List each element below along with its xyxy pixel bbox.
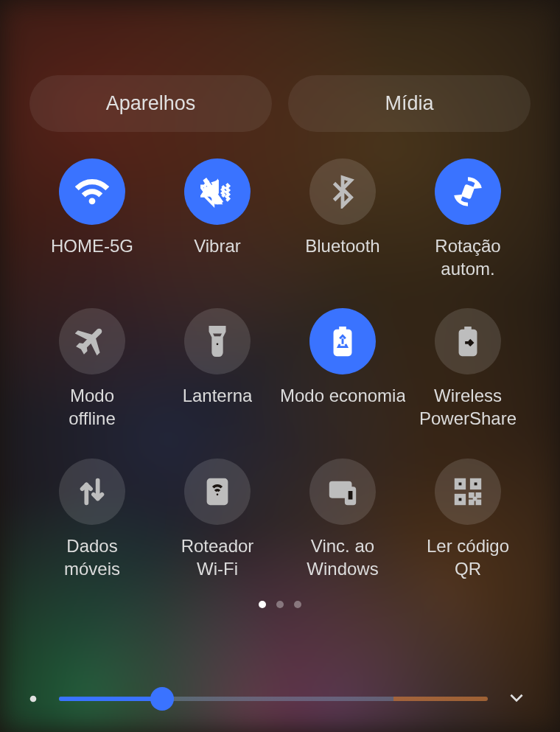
svg-line-29 <box>37 693 38 694</box>
airplane-icon <box>59 308 125 374</box>
tile-power-share[interactable]: Wireless PowerShare <box>405 308 531 430</box>
page-dot <box>276 601 284 608</box>
tile-label: Ler código QR <box>427 535 509 580</box>
media-pill[interactable]: Mídia <box>288 75 531 132</box>
tile-label: Rotação autom. <box>435 235 500 280</box>
devices-pill-label: Aparelhos <box>106 92 196 115</box>
wifi-icon <box>59 158 125 225</box>
svg-rect-5 <box>208 479 228 505</box>
tile-label: Lanterna <box>183 385 253 408</box>
svg-rect-9 <box>348 490 354 500</box>
battery-recycle-icon <box>309 308 376 374</box>
mobile-data-icon <box>59 459 125 525</box>
bluetooth-icon <box>309 158 376 225</box>
svg-rect-1 <box>462 185 474 198</box>
slider-track-fill <box>59 697 162 701</box>
svg-rect-11 <box>458 481 463 486</box>
auto-rotate-icon <box>435 158 501 225</box>
tile-label: Vibrar <box>194 235 241 258</box>
tile-flashlight[interactable]: Lanterna <box>155 308 280 430</box>
chevron-down-icon <box>507 688 526 710</box>
tile-mobile-data[interactable]: Dados móveis <box>29 459 155 580</box>
svg-point-6 <box>216 492 220 496</box>
tile-qr-scanner[interactable]: Ler código QR <box>405 459 531 580</box>
tile-label: Vinc. ao Windows <box>307 535 378 580</box>
tile-label: Roteador Wi-Fi <box>181 535 254 580</box>
power-share-icon <box>435 308 501 374</box>
tiles-grid: HOME-5G Vibrar Bluetooth Rotação autom. <box>29 158 531 580</box>
svg-line-27 <box>37 703 38 704</box>
qr-code-icon <box>435 459 501 525</box>
tile-label: HOME-5G <box>51 235 133 258</box>
svg-point-4 <box>216 343 220 346</box>
tile-label: Dados móveis <box>64 535 120 580</box>
svg-line-28 <box>27 703 29 704</box>
tile-airplane[interactable]: Modo offline <box>29 308 155 430</box>
tile-label: Modo economia <box>280 385 405 408</box>
tile-sound[interactable]: Vibrar <box>155 158 280 280</box>
page-indicator[interactable] <box>29 601 531 608</box>
svg-line-26 <box>27 693 29 694</box>
tile-link-windows[interactable]: Vinc. ao Windows <box>280 459 405 580</box>
brightness-row <box>0 685 560 713</box>
devices-pill[interactable]: Aparelhos <box>29 75 272 132</box>
svg-rect-15 <box>458 498 463 502</box>
tile-hotspot[interactable]: Roteador Wi-Fi <box>155 459 280 580</box>
media-pill-label: Mídia <box>385 92 433 115</box>
svg-point-21 <box>30 696 37 703</box>
tile-bluetooth[interactable]: Bluetooth <box>280 158 405 280</box>
hotspot-icon <box>184 459 251 525</box>
page-dot <box>294 601 301 608</box>
svg-rect-13 <box>474 481 478 486</box>
svg-rect-3 <box>210 327 224 333</box>
quick-settings-panel: Aparelhos Mídia HOME-5G Vibrar Bluetooth <box>0 0 560 732</box>
tile-wifi[interactable]: HOME-5G <box>29 158 155 280</box>
expand-button[interactable] <box>503 685 531 713</box>
tile-battery-saver[interactable]: Modo economia <box>280 308 405 430</box>
slider-thumb[interactable] <box>150 687 174 711</box>
tile-rotation[interactable]: Rotação autom. <box>405 158 531 280</box>
pill-row: Aparelhos Mídia <box>29 75 531 132</box>
brightness-slider[interactable] <box>59 687 488 711</box>
brightness-icon <box>22 688 44 710</box>
flashlight-icon <box>184 308 251 374</box>
svg-rect-20 <box>474 498 477 501</box>
tile-label: Bluetooth <box>305 235 379 258</box>
link-windows-icon <box>309 459 376 525</box>
page-dot <box>259 601 266 608</box>
tile-label: Wireless PowerShare <box>419 385 517 430</box>
tile-label: Modo offline <box>69 385 116 430</box>
vibrate-icon <box>184 158 251 225</box>
